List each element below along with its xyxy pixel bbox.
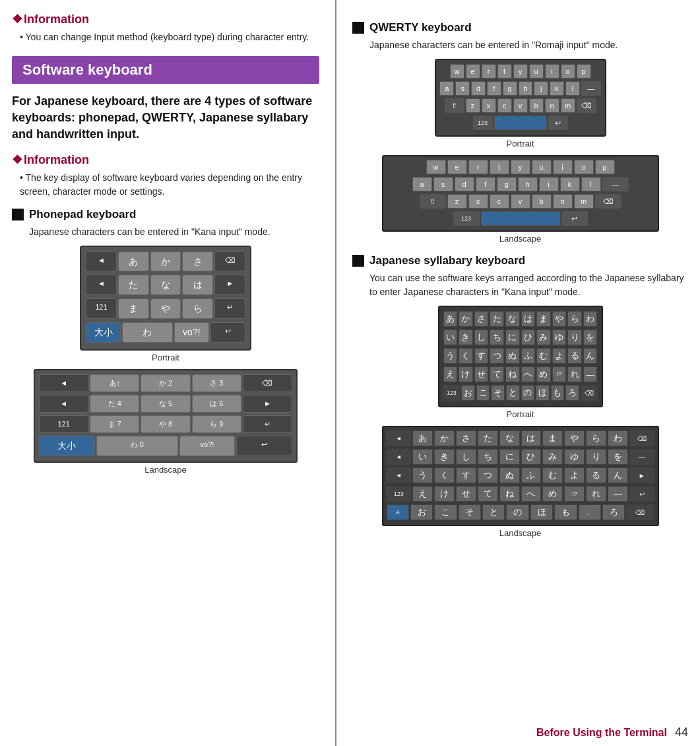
s-key: !? bbox=[552, 366, 567, 382]
s-key: い bbox=[443, 329, 458, 345]
sl-key: ◄ bbox=[386, 467, 411, 483]
sl-key: き bbox=[434, 449, 455, 465]
ql-key: m bbox=[574, 194, 594, 209]
footer-title: Before Using the Terminal bbox=[536, 727, 667, 739]
sl-key: れ bbox=[586, 486, 606, 502]
kp-key: 121 bbox=[86, 298, 117, 319]
s-key: き bbox=[459, 329, 473, 345]
s-key: や bbox=[552, 311, 567, 327]
intro-text: For Japanese keyboard, there are 4 types… bbox=[12, 93, 319, 143]
s-key: さ bbox=[474, 311, 489, 327]
s-key: お bbox=[461, 385, 475, 401]
sl-key: つ bbox=[478, 467, 498, 483]
sl-key: へ bbox=[521, 486, 542, 502]
syllabary-portrait-caption: Portrait bbox=[352, 409, 688, 419]
sl-key: せ bbox=[456, 486, 476, 502]
sl-key: ん bbox=[608, 467, 628, 483]
s-key: し bbox=[474, 329, 489, 345]
kp-key: ↩ bbox=[236, 436, 292, 456]
kp-key: ら 9 bbox=[192, 415, 241, 433]
ql-key: ⇧ bbox=[420, 194, 446, 209]
ql-key: a bbox=[412, 177, 432, 191]
ql-key bbox=[481, 211, 560, 226]
s-key: え bbox=[443, 366, 458, 382]
footer-page: 44 bbox=[675, 726, 688, 739]
ql-key: x bbox=[468, 194, 488, 209]
q-key: c bbox=[497, 98, 512, 113]
kp-key: わ 0 bbox=[96, 436, 178, 456]
sl-key: ね bbox=[499, 486, 520, 502]
page-container: Information You can change Input method … bbox=[0, 0, 700, 746]
sl-key: — bbox=[608, 486, 628, 502]
s-key: は bbox=[521, 311, 536, 327]
ql-key: n bbox=[553, 194, 573, 209]
sl-key: な bbox=[499, 430, 520, 446]
kp-key: 大小 bbox=[39, 436, 95, 456]
kp-key: ◄ bbox=[39, 374, 88, 392]
sl-key: 123 bbox=[386, 486, 411, 502]
s-key: う bbox=[443, 348, 458, 364]
phonepad-heading: Phonepad keyboard bbox=[12, 208, 319, 221]
sl-key: ⌫ bbox=[626, 504, 654, 520]
s-key: ろ bbox=[565, 385, 579, 401]
q-key: h bbox=[519, 81, 533, 96]
sl-key: に bbox=[499, 449, 520, 465]
s-key: ね bbox=[505, 366, 520, 382]
syllabary-landscape-keyboard: ◄ あ か さ た な は ま や ら わ ⌫ ◄ い き し ち に ひ bbox=[382, 426, 659, 526]
syllabary-portrait-keyboard: あ か さ た な は ま や ら わ い き し ち に ひ み ゆ り bbox=[438, 306, 603, 407]
ql-key: r bbox=[468, 160, 488, 174]
q-key: — bbox=[581, 81, 601, 96]
kp-key: や bbox=[150, 298, 181, 319]
s-key: せ bbox=[474, 366, 489, 382]
q-key: a bbox=[439, 81, 454, 96]
ql-key: ⌫ bbox=[595, 194, 621, 209]
kp-key: ► bbox=[243, 395, 292, 413]
sl-key: り bbox=[586, 449, 606, 465]
qwerty-portrait-caption: Portrait bbox=[352, 139, 688, 149]
black-square-icon bbox=[12, 209, 24, 220]
s-key: — bbox=[583, 366, 598, 382]
s-key: こ bbox=[476, 385, 490, 401]
kp-key: vo?! bbox=[179, 436, 236, 456]
sl-key: !? bbox=[564, 486, 585, 502]
right-column: QWERTY keyboard Japanese characters can … bbox=[336, 0, 700, 746]
s-key: て bbox=[490, 366, 504, 382]
s-key: そ bbox=[491, 385, 505, 401]
s-key: む bbox=[536, 348, 551, 364]
ql-key: i bbox=[553, 160, 573, 174]
sl-key: う bbox=[412, 467, 433, 483]
kp-key: ► bbox=[214, 275, 245, 295]
s-key: な bbox=[505, 311, 520, 327]
sl-key: ► bbox=[629, 467, 654, 483]
s-key: か bbox=[459, 311, 473, 327]
s-key: へ bbox=[521, 366, 536, 382]
q-key bbox=[494, 116, 547, 130]
sl-key: ◄ bbox=[386, 449, 411, 465]
sl-key: よ bbox=[564, 467, 585, 483]
q-key: e bbox=[466, 64, 480, 79]
s-key: に bbox=[505, 329, 520, 345]
sl-key: や bbox=[564, 430, 585, 446]
kp-key: あ↑ bbox=[90, 374, 139, 392]
q-key: o bbox=[561, 64, 575, 79]
ql-key: c bbox=[490, 194, 509, 209]
q-key: m bbox=[561, 98, 575, 113]
s-key: く bbox=[459, 348, 473, 364]
q-key: p bbox=[577, 64, 591, 79]
s-key: れ bbox=[567, 366, 582, 382]
sl-key: ↩ bbox=[629, 486, 654, 502]
s-key: を bbox=[583, 329, 598, 345]
ql-key: i bbox=[539, 177, 559, 191]
q-key: j bbox=[534, 81, 548, 96]
ql-key: g bbox=[497, 177, 517, 191]
ql-key: s bbox=[433, 177, 453, 191]
sl-key: ほ bbox=[530, 504, 553, 520]
phonepad-portrait-keyboard: ◄ あ か さ ⌫ ◄ た な は ► 121 ま や ら ↵ 大小 bbox=[80, 246, 251, 351]
sl-key: え bbox=[412, 486, 433, 502]
q-key: u bbox=[529, 64, 544, 79]
sl-key: お bbox=[410, 504, 433, 520]
ql-key: o bbox=[574, 160, 594, 174]
sl-key: を bbox=[608, 449, 628, 465]
ql-key: t bbox=[490, 160, 509, 174]
ql-key: l bbox=[581, 177, 601, 191]
